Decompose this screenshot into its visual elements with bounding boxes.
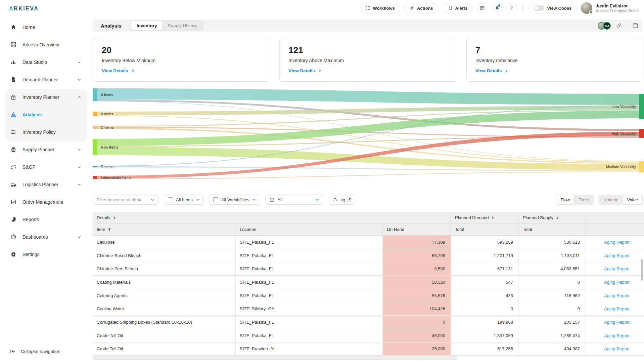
- arkieva-logo: ARKIEVA: [9, 6, 39, 12]
- sankey-node[interactable]: [93, 176, 97, 179]
- sidebar-item-logistics-planner[interactable]: Logistics Planner: [0, 176, 93, 193]
- table-row[interactable]: Chlorine-Free Bleach SITE_Palatka_FL 8,5…: [93, 262, 644, 276]
- sidebar-item-supply-planner[interactable]: Supply Planner: [0, 141, 93, 158]
- sidebar-item-home[interactable]: Home: [0, 18, 93, 36]
- sankey-node[interactable]: [639, 161, 644, 172]
- sankey-node[interactable]: [639, 94, 644, 119]
- date-filter-label: All: [277, 197, 312, 202]
- policy-list-icon: [10, 129, 17, 135]
- toggle-switch-icon: [534, 5, 544, 11]
- sidebar-item-data-studio[interactable]: Data Studio: [0, 53, 93, 71]
- sankey-node[interactable]: [93, 139, 97, 155]
- aging-report-link[interactable]: Aging Report: [586, 289, 644, 302]
- tab-supply-history[interactable]: Supply History: [162, 21, 202, 30]
- share-link-icon[interactable]: [616, 23, 622, 29]
- aging-report-link[interactable]: Aging Report: [586, 249, 644, 262]
- aging-report-link[interactable]: Aging Report: [586, 302, 644, 315]
- table-row[interactable]: Cellulose SITE_Palatka_FL 77,308 593,269…: [93, 236, 644, 249]
- toggle-option-flow[interactable]: Flow: [556, 195, 574, 204]
- chevron-down-icon: [252, 198, 256, 202]
- collapse-navigation-button[interactable]: Collapse navigation: [10, 346, 60, 356]
- aging-report-link[interactable]: Aging Report: [586, 329, 644, 342]
- table-body: Cellulose SITE_Palatka_FL 77,308 593,269…: [93, 236, 644, 356]
- sidebar-item-analysis[interactable]: Analysis: [0, 106, 93, 123]
- unit-toggle[interactable]: kg | $: [329, 195, 355, 205]
- sidebar-item-sop[interactable]: S&OP: [0, 158, 93, 176]
- date-filter-dropdown[interactable]: All: [266, 195, 323, 205]
- view-details-link[interactable]: View Details: [102, 68, 134, 73]
- table-row[interactable]: Coloring Agents SITE_Palatka_FL 55,576 4…: [93, 289, 644, 303]
- column-header-location[interactable]: Location: [236, 224, 383, 235]
- tab-inventory[interactable]: Inventory: [131, 21, 163, 30]
- sankey-node[interactable]: [639, 129, 644, 138]
- calendar-icon[interactable]: [632, 23, 638, 29]
- column-header-supply-total[interactable]: Total: [519, 224, 586, 235]
- toggle-option-volume[interactable]: Volume: [599, 195, 623, 204]
- volume-value-toggle: Volume Value: [599, 195, 643, 205]
- sankey-flow[interactable]: [97, 88, 639, 105]
- sidebar-item-inventory-policy[interactable]: Inventory Policy: [0, 123, 93, 141]
- sidebar-item-reports[interactable]: Reports: [0, 211, 93, 228]
- planned-demand-cell: 1,201,719: [451, 249, 519, 262]
- sankey-node[interactable]: [93, 88, 97, 101]
- checkbox-icon[interactable]: [168, 197, 173, 202]
- aging-report-link[interactable]: Aging Report: [586, 276, 644, 289]
- view-details-link[interactable]: View Details: [475, 68, 508, 73]
- column-header-empty: [586, 224, 644, 235]
- column-header-item[interactable]: Item: [93, 224, 236, 235]
- chevron-right-icon: [556, 216, 559, 219]
- chevron-right-icon: [505, 69, 508, 73]
- sankey-node-label: Medium Variability: [606, 165, 636, 169]
- table-row[interactable]: Coating Materials SITE_Palatka_FL 58,520…: [93, 276, 644, 289]
- table-row[interactable]: Corrugated Shipping Boxes (Standard 10x1…: [93, 316, 644, 329]
- horizontal-scrollbar[interactable]: [93, 356, 457, 360]
- column-header-demand-total[interactable]: Total: [451, 224, 519, 235]
- card-label: Inventory Imbalance: [475, 58, 643, 63]
- group-header-details[interactable]: Details: [93, 212, 451, 223]
- location-cell: SITE_Brewton_AL: [236, 343, 383, 356]
- sankey-node[interactable]: [93, 126, 97, 129]
- sidebar-item-demand-planner[interactable]: Demand Planner: [0, 71, 93, 88]
- toggle-option-value[interactable]: Value: [623, 195, 642, 204]
- column-header-label: Total: [455, 227, 464, 232]
- workflows-button[interactable]: Workflows: [360, 3, 400, 13]
- table-row[interactable]: Chlorine-Based Bleach SITE_Palatka_FL 68…: [93, 249, 644, 263]
- notifications-button[interactable]: [492, 3, 502, 13]
- chat-button[interactable]: [477, 3, 488, 13]
- user-name: Justin Evilsizor: [596, 3, 639, 8]
- column-header-label: Total: [523, 227, 532, 232]
- help-button[interactable]: ?: [506, 3, 517, 13]
- column-header-on-hand[interactable]: On Hand: [383, 224, 451, 235]
- aging-report-link[interactable]: Aging Report: [586, 343, 644, 356]
- variabilities-filter-dropdown[interactable]: All Variabilities: [209, 195, 261, 205]
- sidebar-item-arkieva-overview[interactable]: Arkieva Overview: [0, 36, 93, 53]
- aging-report-link[interactable]: Aging Report: [586, 236, 644, 249]
- sankey-node[interactable]: [93, 166, 97, 167]
- toggle-option-table[interactable]: Table: [574, 195, 593, 204]
- table-row[interactable]: Crude Tall Oil SITE_Palatka_FL 46,000 1,…: [93, 329, 644, 343]
- item-cell: Cellulose: [93, 236, 236, 249]
- aging-report-link[interactable]: Aging Report: [586, 262, 644, 275]
- table-row[interactable]: Crude Tall Oil SITE_Brewton_AL 25,000 51…: [93, 343, 644, 356]
- user-menu[interactable]: Justin Evilsizor Arkieva Enterprise Demo: [581, 2, 639, 14]
- sidebar-item-inventory-planner[interactable]: Inventory Planner: [0, 88, 93, 106]
- card-label: Inventory Above Maximum: [288, 58, 456, 63]
- on-hand-cell: 25,000: [383, 343, 451, 356]
- items-filter-dropdown[interactable]: All Items: [164, 195, 204, 205]
- vertical-scrollbar[interactable]: [641, 259, 643, 281]
- collaborator-avatars[interactable]: AJ: [598, 22, 611, 30]
- attribute-filter-dropdown[interactable]: Filter based on attribute: [93, 195, 158, 205]
- view-details-link[interactable]: View Details: [288, 68, 321, 73]
- sidebar-item-settings[interactable]: Settings: [0, 246, 93, 263]
- sankey-node[interactable]: [93, 112, 97, 116]
- group-header-planned-supply[interactable]: Planned Supply: [519, 212, 586, 223]
- table-row[interactable]: Cooling Water SITE_StMary_GA 104,426 0 0…: [93, 302, 644, 316]
- alerts-button[interactable]: Alerts: [443, 3, 473, 13]
- sidebar-item-order-management[interactable]: Order Management: [0, 193, 93, 211]
- view-codes-toggle[interactable]: View Codes: [528, 3, 577, 13]
- sidebar-item-dashboards[interactable]: Dashboards: [0, 228, 93, 246]
- actions-button[interactable]: Actions: [404, 3, 439, 13]
- group-header-planned-demand[interactable]: Planned Demand: [451, 212, 519, 223]
- checkbox-icon[interactable]: [213, 197, 218, 202]
- aging-report-link[interactable]: Aging Report: [586, 316, 644, 329]
